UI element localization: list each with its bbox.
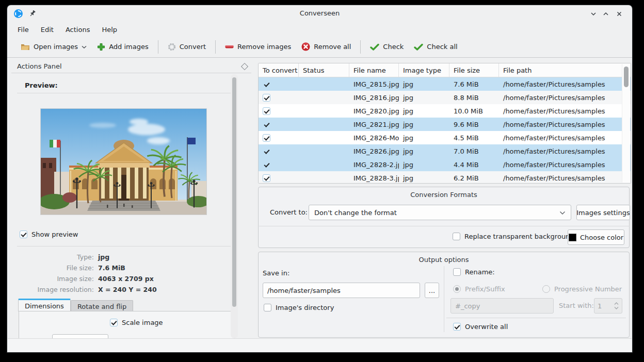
col-file-path[interactable]: File path <box>499 63 631 77</box>
output-options-title: Output options <box>259 256 629 264</box>
overwrite-all-checkbox[interactable]: Overwrite all <box>453 323 508 331</box>
dimensions-tab-panel: Scale image <box>19 311 235 338</box>
convert-button[interactable]: Convert <box>163 40 211 54</box>
remove-all-button[interactable]: Remove all <box>296 39 356 54</box>
add-images-label: Add images <box>109 43 149 51</box>
spin-up-icon[interactable] <box>614 302 619 305</box>
start-with-value: 1 <box>598 302 602 310</box>
checkbox-box <box>110 319 118 326</box>
row-checkbox[interactable] <box>263 94 270 102</box>
panel-scrollbar[interactable] <box>231 74 238 338</box>
overwrite-all-label: Overwrite all <box>465 323 508 331</box>
gear-icon <box>168 43 176 51</box>
cell-file-path: /home/faster/Pictures/samples <box>499 161 631 169</box>
table-row[interactable]: IMG_2820.jpg jpg 10.0 MiB /home/faster/P… <box>259 104 631 118</box>
cell-file-size: 4.5 MiB <box>449 134 499 142</box>
convert-label: Convert <box>180 43 206 51</box>
remove-images-button[interactable]: Remove images <box>220 40 296 54</box>
cell-file-size: 4.4 MiB <box>449 161 499 169</box>
table-row[interactable]: IMG_2826-Mo... jpg 4.5 MiB /home/faster/… <box>259 131 631 144</box>
toolbar: Open images Add images Convert Remove im… <box>7 36 632 58</box>
titlebar[interactable]: Converseen <box>7 5 632 23</box>
choose-color-button[interactable]: Choose color <box>568 229 624 245</box>
tab-rotate-and-flip[interactable]: Rotate and flip <box>71 300 133 311</box>
window-title: Converseen <box>7 9 632 17</box>
tab-dimensions[interactable]: Dimensions <box>18 299 71 311</box>
menu-actions[interactable]: Actions <box>65 25 91 35</box>
toolbar-separator <box>360 40 361 54</box>
row-checkbox[interactable] <box>263 121 270 128</box>
menu-help[interactable]: Help <box>101 25 118 35</box>
row-checkbox[interactable] <box>263 107 270 115</box>
table-header: To convert Status File name Image type F… <box>259 63 631 77</box>
check-button[interactable]: Check <box>365 40 409 54</box>
show-preview-checkbox[interactable]: Show preview <box>20 231 78 238</box>
maximize-button[interactable] <box>601 10 610 18</box>
menu-edit[interactable]: Edit <box>40 25 54 35</box>
info-label: File size: <box>11 264 94 275</box>
checkbox-box <box>453 268 461 276</box>
spin-down-icon[interactable] <box>614 306 619 309</box>
format-combobox-value: Don't change the format <box>314 209 397 217</box>
cell-file-path: /home/faster/Pictures/samples <box>499 94 631 102</box>
info-value: 4063 x 2709 px <box>98 275 154 286</box>
panel-scrollbar-thumb[interactable] <box>232 77 236 307</box>
cell-image-type: jpg <box>399 134 449 142</box>
start-with-spinbox[interactable]: 1 <box>594 298 622 314</box>
info-type-row: Type: jpg <box>11 253 228 264</box>
check-label: Check <box>383 43 404 51</box>
cell-image-type: jpg <box>399 147 449 155</box>
actions-panel-header[interactable]: Actions Panel <box>11 60 251 73</box>
table-scrollbar-thumb[interactable] <box>624 67 629 87</box>
save-in-input[interactable] <box>263 283 420 298</box>
float-panel-icon[interactable] <box>241 63 248 70</box>
col-image-type[interactable]: Image type <box>399 63 449 77</box>
close-button[interactable] <box>615 10 624 18</box>
rename-label: Rename: <box>465 268 495 276</box>
actions-panel: Actions Panel Preview: <box>11 60 251 338</box>
replace-transparent-checkbox[interactable]: Replace transparent background <box>453 233 574 240</box>
menu-file[interactable]: File <box>17 25 29 35</box>
show-preview-label: Show preview <box>31 231 78 238</box>
row-checkbox[interactable] <box>263 174 270 182</box>
table-row[interactable]: IMG_2828-3.jpg jpg 6.2 MiB /home/faster/… <box>259 171 631 184</box>
conversion-formats-title: Conversion Formats <box>259 191 629 199</box>
add-images-button[interactable]: Add images <box>92 40 154 54</box>
rename-pattern-input[interactable] <box>450 298 554 314</box>
table-row[interactable]: IMG_2826.jpg jpg 7.0 MiB /home/faster/Pi… <box>259 144 631 158</box>
browse-button[interactable]: ... <box>425 283 439 298</box>
table-row[interactable]: IMG_2815.jpg jpg 7.6 MiB /home/faster/Pi… <box>259 77 631 91</box>
divider <box>444 266 444 332</box>
images-directory-checkbox[interactable]: Image's directory <box>264 304 334 311</box>
row-checkbox[interactable] <box>263 80 270 88</box>
table-row[interactable]: IMG_2828-2.jpg jpg 4.4 MiB /home/faster/… <box>259 158 631 171</box>
chevron-down-icon <box>82 45 87 49</box>
col-to-convert[interactable]: To convert <box>259 63 299 77</box>
format-combobox[interactable]: Don't change the format <box>309 205 571 220</box>
table-scrollbar[interactable] <box>622 64 630 183</box>
cell-file-name: IMG_2826-Mo... <box>349 134 399 142</box>
col-status[interactable]: Status <box>299 63 349 77</box>
progressive-number-radio[interactable]: Progressive Number <box>542 285 622 293</box>
checkbox-box <box>453 233 460 240</box>
rename-checkbox[interactable]: Rename: <box>453 268 495 276</box>
info-value: jpg <box>98 253 109 264</box>
row-checkbox[interactable] <box>263 147 270 155</box>
table-row[interactable]: IMG_2816.jpg jpg 8.8 MiB /home/faster/Pi… <box>259 91 631 104</box>
scale-image-checkbox[interactable]: Scale image <box>110 319 163 326</box>
conversion-formats-group: Conversion Formats Convert to: Don't cha… <box>258 187 630 248</box>
images-settings-button[interactable]: Images settings <box>576 205 630 220</box>
clipped-widget[interactable] <box>52 334 108 338</box>
row-checkbox[interactable] <box>263 134 270 142</box>
info-imagesize-row: Image size: 4063 x 2709 px <box>11 275 228 286</box>
col-file-name[interactable]: File name <box>349 63 399 77</box>
col-file-size[interactable]: File size <box>449 63 499 77</box>
minimize-button[interactable] <box>589 10 598 18</box>
cell-image-type: jpg <box>399 80 449 88</box>
check-all-button[interactable]: Check all <box>409 40 462 54</box>
open-images-button[interactable]: Open images <box>15 40 92 54</box>
prefix-suffix-radio[interactable]: Prefix/Suffix <box>453 285 505 293</box>
open-images-label: Open images <box>34 43 78 51</box>
table-row[interactable]: IMG_2821.jpg jpg 9.6 MiB /home/faster/Pi… <box>259 118 631 131</box>
row-checkbox[interactable] <box>263 161 270 169</box>
